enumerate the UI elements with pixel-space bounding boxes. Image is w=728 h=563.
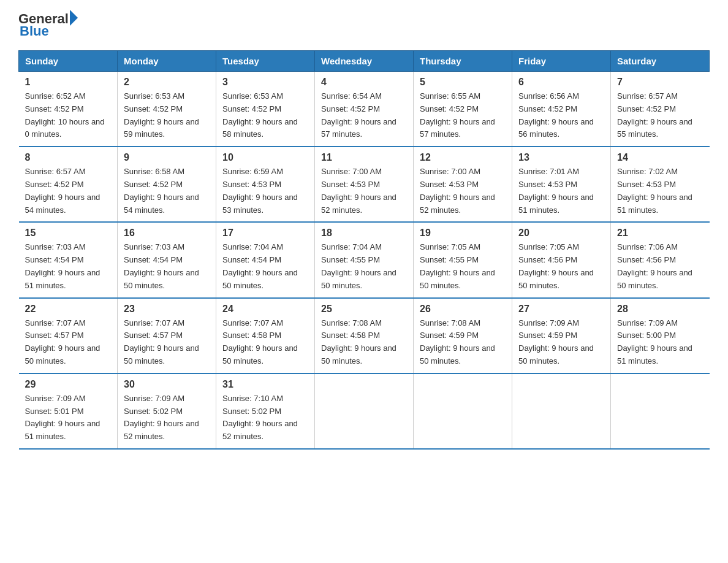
day-number: 7	[617, 77, 703, 88]
day-number: 4	[321, 77, 407, 88]
day-number: 20	[518, 228, 604, 239]
day-info: Sunrise: 7:10 AM Sunset: 5:02 PM Dayligh…	[222, 393, 308, 443]
calendar-cell: 12 Sunrise: 7:00 AM Sunset: 4:53 PM Dayl…	[414, 147, 512, 222]
calendar-cell: 18 Sunrise: 7:04 AM Sunset: 4:55 PM Dayl…	[315, 222, 414, 297]
calendar-cell	[512, 373, 611, 449]
day-info: Sunrise: 6:53 AM Sunset: 4:52 PM Dayligh…	[222, 90, 308, 141]
day-number: 23	[124, 304, 210, 315]
day-info: Sunrise: 7:04 AM Sunset: 4:55 PM Dayligh…	[321, 241, 407, 292]
day-info: Sunrise: 6:53 AM Sunset: 4:52 PM Dayligh…	[124, 90, 210, 141]
day-number: 25	[321, 304, 407, 315]
calendar-cell: 15 Sunrise: 7:03 AM Sunset: 4:54 PM Dayl…	[19, 222, 118, 297]
weekday-header-row: SundayMondayTuesdayWednesdayThursdayFrid…	[19, 51, 710, 72]
day-info: Sunrise: 7:00 AM Sunset: 4:53 PM Dayligh…	[321, 166, 407, 216]
calendar-cell: 5 Sunrise: 6:55 AM Sunset: 4:52 PM Dayli…	[414, 72, 512, 147]
weekday-header-thursday: Thursday	[414, 51, 512, 72]
day-number: 12	[420, 152, 506, 163]
day-info: Sunrise: 6:56 AM Sunset: 4:52 PM Dayligh…	[518, 90, 604, 141]
calendar-cell: 22 Sunrise: 7:07 AM Sunset: 4:57 PM Dayl…	[19, 298, 118, 373]
weekday-header-wednesday: Wednesday	[315, 51, 414, 72]
week-row-3: 15 Sunrise: 7:03 AM Sunset: 4:54 PM Dayl…	[19, 222, 710, 297]
calendar-table: SundayMondayTuesdayWednesdayThursdayFrid…	[18, 50, 710, 450]
day-info: Sunrise: 7:09 AM Sunset: 5:00 PM Dayligh…	[617, 317, 703, 368]
week-row-2: 8 Sunrise: 6:57 AM Sunset: 4:52 PM Dayli…	[19, 147, 710, 222]
day-info: Sunrise: 7:09 AM Sunset: 5:02 PM Dayligh…	[124, 393, 210, 443]
weekday-header-tuesday: Tuesday	[216, 51, 315, 72]
day-number: 10	[222, 152, 308, 163]
calendar-cell: 14 Sunrise: 7:02 AM Sunset: 4:53 PM Dayl…	[611, 147, 710, 222]
day-number: 19	[420, 228, 506, 239]
calendar-cell: 2 Sunrise: 6:53 AM Sunset: 4:52 PM Dayli…	[118, 72, 216, 147]
day-info: Sunrise: 6:59 AM Sunset: 4:53 PM Dayligh…	[222, 166, 308, 216]
calendar-cell: 21 Sunrise: 7:06 AM Sunset: 4:56 PM Dayl…	[611, 222, 710, 297]
day-info: Sunrise: 7:02 AM Sunset: 4:53 PM Dayligh…	[617, 166, 703, 216]
calendar-cell: 20 Sunrise: 7:05 AM Sunset: 4:56 PM Dayl…	[512, 222, 611, 297]
calendar-cell: 30 Sunrise: 7:09 AM Sunset: 5:02 PM Dayl…	[118, 373, 216, 449]
day-number: 8	[25, 152, 112, 163]
calendar-cell: 6 Sunrise: 6:56 AM Sunset: 4:52 PM Dayli…	[512, 72, 611, 147]
weekday-header-monday: Monday	[118, 51, 216, 72]
week-row-4: 22 Sunrise: 7:07 AM Sunset: 4:57 PM Dayl…	[19, 298, 710, 373]
day-info: Sunrise: 7:09 AM Sunset: 4:59 PM Dayligh…	[518, 317, 604, 368]
day-info: Sunrise: 7:07 AM Sunset: 4:58 PM Dayligh…	[222, 317, 308, 368]
day-info: Sunrise: 7:08 AM Sunset: 4:59 PM Dayligh…	[420, 317, 506, 368]
weekday-header-friday: Friday	[512, 51, 611, 72]
calendar-cell: 16 Sunrise: 7:03 AM Sunset: 4:54 PM Dayl…	[118, 222, 216, 297]
logo-blue: Blue	[20, 23, 78, 39]
calendar-cell: 10 Sunrise: 6:59 AM Sunset: 4:53 PM Dayl…	[216, 147, 315, 222]
day-info: Sunrise: 7:07 AM Sunset: 4:57 PM Dayligh…	[25, 317, 112, 368]
calendar-cell: 17 Sunrise: 7:04 AM Sunset: 4:54 PM Dayl…	[216, 222, 315, 297]
day-info: Sunrise: 7:05 AM Sunset: 4:55 PM Dayligh…	[420, 241, 506, 292]
day-info: Sunrise: 7:07 AM Sunset: 4:57 PM Dayligh…	[124, 317, 210, 368]
day-number: 22	[25, 304, 112, 315]
day-number: 1	[25, 77, 112, 88]
calendar-cell: 24 Sunrise: 7:07 AM Sunset: 4:58 PM Dayl…	[216, 298, 315, 373]
day-number: 16	[124, 228, 210, 239]
calendar-cell: 13 Sunrise: 7:01 AM Sunset: 4:53 PM Dayl…	[512, 147, 611, 222]
calendar-cell: 31 Sunrise: 7:10 AM Sunset: 5:02 PM Dayl…	[216, 373, 315, 449]
day-info: Sunrise: 6:58 AM Sunset: 4:52 PM Dayligh…	[124, 166, 210, 216]
day-info: Sunrise: 7:03 AM Sunset: 4:54 PM Dayligh…	[124, 241, 210, 292]
calendar-cell: 4 Sunrise: 6:54 AM Sunset: 4:52 PM Dayli…	[315, 72, 414, 147]
day-info: Sunrise: 7:01 AM Sunset: 4:53 PM Dayligh…	[518, 166, 604, 216]
day-info: Sunrise: 7:03 AM Sunset: 4:54 PM Dayligh…	[25, 241, 112, 292]
calendar-cell	[315, 373, 414, 449]
calendar-cell: 11 Sunrise: 7:00 AM Sunset: 4:53 PM Dayl…	[315, 147, 414, 222]
day-number: 2	[124, 77, 210, 88]
day-number: 15	[25, 228, 112, 239]
weekday-header-saturday: Saturday	[611, 51, 710, 72]
calendar-cell: 28 Sunrise: 7:09 AM Sunset: 5:00 PM Dayl…	[611, 298, 710, 373]
day-info: Sunrise: 6:55 AM Sunset: 4:52 PM Dayligh…	[420, 90, 506, 141]
day-number: 24	[222, 304, 308, 315]
calendar-cell	[611, 373, 710, 449]
day-info: Sunrise: 7:08 AM Sunset: 4:58 PM Dayligh…	[321, 317, 407, 368]
day-info: Sunrise: 6:57 AM Sunset: 4:52 PM Dayligh…	[25, 166, 112, 216]
day-number: 18	[321, 228, 407, 239]
calendar-cell: 19 Sunrise: 7:05 AM Sunset: 4:55 PM Dayl…	[414, 222, 512, 297]
week-row-5: 29 Sunrise: 7:09 AM Sunset: 5:01 PM Dayl…	[19, 373, 710, 449]
day-number: 28	[617, 304, 703, 315]
day-info: Sunrise: 7:06 AM Sunset: 4:56 PM Dayligh…	[617, 241, 703, 292]
calendar-cell	[414, 373, 512, 449]
page-header: General Blue	[18, 12, 710, 39]
day-info: Sunrise: 6:52 AM Sunset: 4:52 PM Dayligh…	[25, 90, 112, 141]
weekday-header-sunday: Sunday	[19, 51, 118, 72]
day-info: Sunrise: 7:09 AM Sunset: 5:01 PM Dayligh…	[25, 393, 112, 443]
day-number: 11	[321, 152, 407, 163]
calendar-cell: 1 Sunrise: 6:52 AM Sunset: 4:52 PM Dayli…	[19, 72, 118, 147]
day-number: 17	[222, 228, 308, 239]
day-number: 13	[518, 152, 604, 163]
day-number: 14	[617, 152, 703, 163]
calendar-cell: 3 Sunrise: 6:53 AM Sunset: 4:52 PM Dayli…	[216, 72, 315, 147]
day-info: Sunrise: 6:54 AM Sunset: 4:52 PM Dayligh…	[321, 90, 407, 141]
calendar-cell: 25 Sunrise: 7:08 AM Sunset: 4:58 PM Dayl…	[315, 298, 414, 373]
day-number: 27	[518, 304, 604, 315]
week-row-1: 1 Sunrise: 6:52 AM Sunset: 4:52 PM Dayli…	[19, 72, 710, 147]
calendar-cell: 7 Sunrise: 6:57 AM Sunset: 4:52 PM Dayli…	[611, 72, 710, 147]
calendar-cell: 29 Sunrise: 7:09 AM Sunset: 5:01 PM Dayl…	[19, 373, 118, 449]
calendar-cell: 9 Sunrise: 6:58 AM Sunset: 4:52 PM Dayli…	[118, 147, 216, 222]
calendar-cell: 23 Sunrise: 7:07 AM Sunset: 4:57 PM Dayl…	[118, 298, 216, 373]
day-info: Sunrise: 7:04 AM Sunset: 4:54 PM Dayligh…	[222, 241, 308, 292]
calendar-cell: 27 Sunrise: 7:09 AM Sunset: 4:59 PM Dayl…	[512, 298, 611, 373]
calendar-cell: 26 Sunrise: 7:08 AM Sunset: 4:59 PM Dayl…	[414, 298, 512, 373]
